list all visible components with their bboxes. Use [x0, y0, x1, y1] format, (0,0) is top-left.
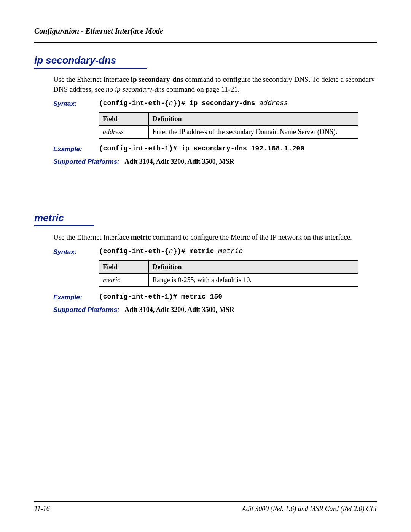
body-text-pre: Use the Ethernet Interface — [53, 233, 131, 241]
syntax-arg: metric — [218, 248, 243, 255]
section-ip-secondary-dns: ip secondary-dns Use the Ethernet Interf… — [34, 54, 377, 166]
body-text-cmd: ip secondary-dns — [131, 75, 183, 83]
page-header-title: Configuration - Ethernet Interface Mode — [34, 27, 377, 35]
param-table: Field Definition address Enter the IP ad… — [99, 112, 358, 139]
param-table-wrap: Field Definition address Enter the IP ad… — [99, 112, 377, 139]
syntax-row: Syntax: (config-int-eth-{n})# metric met… — [53, 248, 377, 256]
table-row: metric Range is 0-255, with a default is… — [99, 273, 358, 286]
syntax-row: Syntax: (config-int-eth-{n})# ip seconda… — [53, 99, 377, 108]
section-metric: metric Use the Ethernet Interface metric… — [34, 212, 377, 314]
syntax-prefix: (config-int-eth-{ — [99, 99, 169, 107]
body-text-post: command on page 11-21. — [164, 85, 239, 93]
table-header-field: Field — [99, 113, 148, 126]
footer-doc-title: Adit 3000 (Rel. 1.6) and MSR Card (Rel 2… — [242, 505, 377, 513]
table-header-field: Field — [99, 260, 148, 273]
section-title: metric — [34, 212, 94, 226]
param-table-wrap: Field Definition metric Range is 0-255, … — [99, 260, 377, 287]
syntax-arg: address — [259, 99, 288, 107]
body-text-pre: Use the Ethernet Interface — [53, 75, 131, 83]
header-divider — [34, 42, 377, 43]
syntax-n: n — [169, 248, 173, 255]
param-table: Field Definition metric Range is 0-255, … — [99, 260, 358, 287]
section-body: Use the Ethernet Interface ip secondary-… — [53, 75, 377, 94]
platforms-row: Supported Platforms: Adit 3104, Adit 320… — [53, 306, 377, 314]
table-header-definition: Definition — [148, 113, 358, 126]
example-row: Example: (config-int-eth-1)# metric 150 — [53, 293, 377, 301]
syntax-value: (config-int-eth-{n})# ip secondary-dns a… — [99, 99, 288, 107]
example-value: (config-int-eth-1)# ip secondary-dns 192… — [99, 145, 304, 152]
syntax-prefix: (config-int-eth-{ — [99, 248, 169, 255]
platforms-label: Supported Platforms: — [53, 158, 119, 165]
platforms-value: Adit 3104, Adit 3200, Adit 3500, MSR — [124, 306, 234, 313]
table-cell-field: address — [99, 126, 148, 139]
table-cell-definition: Range is 0-255, with a default is 10. — [148, 273, 358, 286]
syntax-n: n — [169, 99, 173, 107]
section-title: ip secondary-dns — [34, 54, 147, 69]
footer-divider — [34, 501, 377, 502]
table-row: address Enter the IP address of the seco… — [99, 126, 358, 139]
syntax-mid: })# ip secondary-dns — [173, 99, 259, 107]
syntax-mid: })# metric — [173, 248, 218, 255]
syntax-label: Syntax: — [53, 248, 99, 256]
body-text-mid: command to configure the Metric of the I… — [151, 233, 352, 241]
syntax-label: Syntax: — [53, 99, 99, 108]
table-cell-field: metric — [99, 273, 148, 286]
example-label: Example: — [53, 145, 99, 153]
footer-page-number: 11-16 — [34, 505, 50, 513]
table-cell-definition: Enter the IP address of the secondary Do… — [148, 126, 358, 139]
section-body: Use the Ethernet Interface metric comman… — [53, 232, 377, 242]
example-label: Example: — [53, 293, 99, 301]
platforms-value: Adit 3104, Adit 3200, Adit 3500, MSR — [124, 158, 234, 165]
body-text-cmd: metric — [131, 233, 151, 241]
platforms-row: Supported Platforms: Adit 3104, Adit 320… — [53, 158, 377, 166]
example-row: Example: (config-int-eth-1)# ip secondar… — [53, 145, 377, 153]
page-footer: 11-16 Adit 3000 (Rel. 1.6) and MSR Card … — [34, 501, 377, 513]
example-value: (config-int-eth-1)# metric 150 — [99, 293, 222, 300]
table-header-definition: Definition — [148, 260, 358, 273]
platforms-label: Supported Platforms: — [53, 306, 119, 313]
syntax-value: (config-int-eth-{n})# metric metric — [99, 248, 243, 255]
body-text-italic: no ip secondary-dns — [106, 85, 164, 93]
